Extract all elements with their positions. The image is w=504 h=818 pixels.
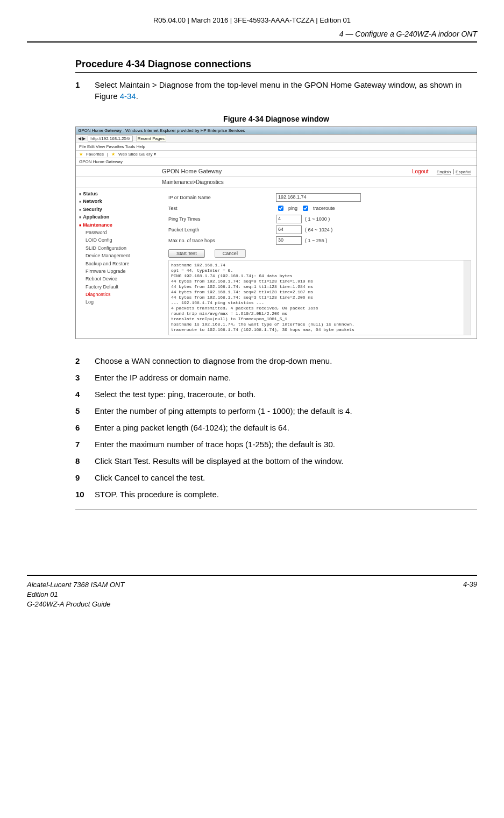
ping-checkbox[interactable] [278,206,283,211]
star-icon: ★ [111,152,115,157]
page-footer: Alcatel-Lucent 7368 ISAM ONT Edition 01 … [27,575,477,609]
app-banner: GPON Home Gateway Logout English | Españ… [76,166,477,177]
address-bar-row: ◀ ▶ http://192.168.1.254/ Recent Pages [76,135,477,143]
step-8: 8Click Start Test. Results will be displ… [75,455,477,467]
step-text: Click Cancel to cancel the test. [95,472,477,483]
sidebar-sub-slid[interactable]: SLID Configuration [79,244,160,252]
results-text: hostname 192.168.1.74 opt = 44, typeInte… [171,263,354,332]
sidebar-item-status[interactable]: Status [79,190,160,198]
sidebar-sub-firmware[interactable]: Firmware Upgrade [79,267,160,275]
lang-english[interactable]: English [437,170,451,174]
step-text: Enter a ping packet length (64-1024); th… [95,422,477,433]
address-input[interactable]: http://192.168.1.254/ [88,136,132,142]
doc-id-line: R05.04.00 | March 2016 | 3FE-45933-AAAA-… [27,16,477,24]
step-number: 9 [75,472,95,483]
step-7: 7Enter the maximum number of trace hops … [75,439,477,450]
sidebar-sub-reboot[interactable]: Reboot Device [79,275,160,283]
recent-pages[interactable]: Recent Pages [136,136,166,142]
step-text-part: Select Maintain > Diagnose from the top-… [95,80,462,101]
ip-input[interactable]: 192.168.1.74 [276,193,361,202]
figure-ref: 4-34 [120,91,136,101]
step-9: 9Click Cancel to cancel the test. [75,472,477,483]
step-number: 2 [75,355,95,366]
step-text: Enter the maximum number of trace hops (… [95,439,477,450]
sidebar-sub-factory[interactable]: Factory Default [79,283,160,291]
footer-line-3: G-240WZ-A Product Guide [27,600,124,609]
browser-tab[interactable]: GPON Home Gateway [76,158,477,166]
step-1: 1 Select Maintain > Diagnose from the to… [75,79,477,102]
favorites-label[interactable]: Favorites [86,152,104,157]
step-number: 5 [75,405,95,417]
length-input[interactable]: 64 [276,225,302,234]
sidebar-item-network[interactable]: Network [79,198,160,205]
ip-label: IP or Domain Name [168,195,276,200]
sidebar-sub-loid[interactable]: LOID Config [79,236,160,244]
breadcrumb: Maintenance>Diagnostics [76,177,477,188]
end-rule [75,510,477,510]
results-pane: hostname 192.168.1.74 opt = 44, typeInte… [168,260,471,335]
cancel-button[interactable]: Cancel [215,249,246,258]
step-2: 2Choose a WAN connection to diagnose fro… [75,355,477,366]
step-number: 7 [75,439,95,450]
sidebar-item-security[interactable]: Security [79,206,160,213]
length-range: ( 64 ~ 1024 ) [305,227,332,232]
step-text-part: . [136,91,138,101]
step-number: 8 [75,455,95,467]
browser-menu[interactable]: File Edit View Favorites Tools Help [76,143,477,151]
step-10: 10STOP. This procedure is complete. [75,489,477,500]
page-number: 4-39 [463,580,477,610]
step-3: 3Enter the IP address or domain name. [75,372,477,383]
step-number: 4 [75,389,95,400]
step-number: 10 [75,489,95,500]
step-text: Select the test type: ping, traceroute, … [95,389,477,400]
footer-line-2: Edition 01 [27,590,124,600]
title-rule [75,72,477,73]
procedure-title: Procedure 4-34 Diagnose connections [75,59,477,70]
header-rule [27,41,477,43]
step-text: Choose a WAN connection to diagnose from… [95,355,477,366]
tries-range: ( 1 ~ 1000 ) [305,216,330,222]
length-label: Packet Length [168,227,276,232]
step-text: Click Start Test. Results will be displa… [95,455,477,467]
favorites-bar: ★ Favorites | ★ Web Slice Gallery ▾ [76,151,477,158]
scrollbar[interactable] [464,260,471,335]
step-text: Enter the IP address or domain name. [95,372,477,383]
traceroute-checkbox[interactable] [303,206,308,211]
hops-range: ( 1 ~ 255 ) [305,238,327,243]
sidebar-sub-password[interactable]: Password [79,229,160,236]
tries-label: Ping Try Times [168,216,276,222]
step-text: Enter the number of ping attempts to per… [95,405,477,417]
lang-espanol[interactable]: Español [456,170,471,174]
logout-link[interactable]: Logout [412,168,429,174]
step-number: 6 [75,422,95,433]
figure-caption: Figure 4-34 Diagnose window [75,115,477,123]
sidebar: Status Network Security Application Main… [76,188,163,339]
chapter-title: 4 — Configure a G-240WZ-A indoor ONT [27,30,477,40]
step-number: 3 [75,372,95,383]
tries-input[interactable]: 4 [276,215,302,223]
footer-line-1: Alcatel-Lucent 7368 ISAM ONT [27,580,124,590]
step-5: 5Enter the number of ping attempts to pe… [75,405,477,417]
main-panel: IP or Domain Name 192.168.1.74 Test ping… [163,188,477,339]
sidebar-item-application[interactable]: Application [79,213,160,221]
hops-label: Max no. of trace hops [168,238,276,243]
step-text: Select Maintain > Diagnose from the top-… [95,79,477,102]
star-icon: ★ [79,152,83,157]
start-test-button[interactable]: Start Test [168,249,205,258]
sidebar-sub-log[interactable]: Log [79,298,160,306]
web-slice-gallery[interactable]: Web Slice Gallery ▾ [118,152,156,157]
step-4: 4Select the test type: ping, traceroute,… [75,389,477,400]
traceroute-label: traceroute [313,206,335,211]
sidebar-sub-device-mgmt[interactable]: Device Management [79,252,160,259]
ping-label: ping [288,206,297,211]
browser-titlebar: GPON Home Gateway - Windows Internet Exp… [76,127,477,135]
diagnose-window-screenshot: GPON Home Gateway - Windows Internet Exp… [75,126,477,339]
hops-input[interactable]: 30 [276,236,302,245]
step-number: 1 [75,79,95,102]
sidebar-sub-diagnostics[interactable]: Diagnostics [79,291,160,298]
step-text: STOP. This procedure is complete. [95,489,477,500]
app-title: GPON Home Gateway [162,168,222,174]
nav-icons[interactable]: ◀ ▶ [78,136,86,141]
sidebar-sub-backup[interactable]: Backup and Restore [79,260,160,267]
sidebar-item-maintenance[interactable]: Maintenance [79,221,160,229]
